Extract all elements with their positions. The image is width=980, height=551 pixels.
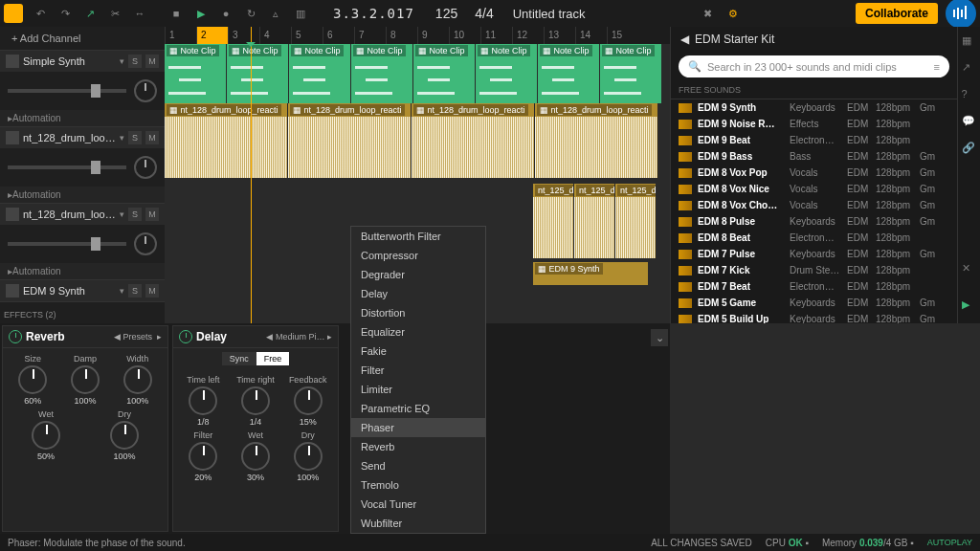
stretch-tool[interactable]: ↔ [128,3,151,24]
effects-menu[interactable]: Butterworth FilterCompressorDegraderDela… [350,226,486,534]
browser-item[interactable]: EDM 7 PulseKeyboardsEDM128bpmGm [671,246,957,262]
user-avatar[interactable] [946,0,976,29]
knob[interactable] [110,421,139,450]
ruler-tick[interactable]: 12 [512,27,544,44]
knob[interactable] [294,442,323,471]
mute-button[interactable]: M [145,131,159,144]
pan-knob[interactable] [134,156,157,179]
ruler-tick[interactable]: 9 [417,27,449,44]
browser-item[interactable]: EDM 8 PulseKeyboardsEDM128bpmGm [671,213,957,230]
browser-item[interactable]: EDM 9 Noise R…EffectsEDM128bpm [671,116,957,132]
pan-knob[interactable] [134,232,157,255]
knob[interactable] [241,442,270,471]
midi-clip[interactable]: ▦ Note Clip [600,44,661,103]
cut-tool[interactable]: ✂ [103,3,126,24]
autoplay-toggle[interactable]: AUTOPLAY [927,538,972,547]
expand-arrow-icon[interactable]: ⌄ [651,329,668,346]
track-type-icon[interactable] [6,208,19,221]
fx-menu-item[interactable]: Butterworth Filter [351,227,485,246]
help-icon[interactable]: ? [962,88,977,103]
ruler-tick[interactable]: 15 [607,27,638,44]
ruler-tick[interactable]: 11 [480,27,512,44]
knob[interactable] [189,386,217,415]
solo-button[interactable]: S [128,131,142,144]
cursor-icon[interactable]: ✖ [697,3,720,24]
browser-item[interactable]: EDM 9 BeatElectron…EDM128bpm [671,132,957,148]
knob[interactable] [18,365,47,394]
midi-clip[interactable]: ▦ Note Clip [351,44,412,103]
ruler-tick[interactable]: 7 [354,27,386,44]
browser-item[interactable]: EDM 5 Build UpKeyboardsEDM128bpmGm [671,311,957,323]
fx-menu-item[interactable]: Phaser [351,418,485,437]
metronome-button[interactable]: ▵ [264,3,287,24]
browser-item[interactable]: EDM 8 Vox NiceVocalsEDM128bpmGm [671,181,957,197]
reverb-preset-selector[interactable]: ◀ Presets ▸ [114,332,162,342]
delay-preset-selector[interactable]: ◀ Medium Pi… ▸ [266,332,332,342]
browser-item[interactable]: EDM 8 BeatElectron…EDM128bpm [671,230,957,246]
midi-clip[interactable]: ▦ Note Clip [227,44,288,103]
fx-menu-item[interactable]: Compressor [351,246,485,265]
fx-menu-item[interactable]: Equalizer [351,322,485,342]
fx-menu-item[interactable]: Fakie [351,342,485,361]
fx-menu-item[interactable]: Filter [351,361,485,380]
free-option[interactable]: Free [256,352,290,365]
fx-menu-item[interactable]: Parametric EQ [351,399,485,418]
track-name[interactable]: nt_128_drum_loop_nowhe [23,209,116,220]
browser-item[interactable]: EDM 8 Vox Cho…VocalsEDM128bpmGm [671,197,957,213]
audio-clip[interactable]: ▦ EDM 9 Synth [533,262,648,285]
pan-knob[interactable] [134,79,157,102]
position-display[interactable]: 3.3.2.017 [333,6,414,21]
sync-option[interactable]: Sync [222,352,256,365]
reverb-power-button[interactable] [9,330,22,343]
timesig-display[interactable]: 4/4 [475,6,493,21]
keyboard-button[interactable]: ▥ [289,3,312,24]
audio-clip[interactable]: ▦ nt_128_drum_loop_reacti [535,103,657,178]
browser-item[interactable]: EDM 7 KickDrum Ste…EDM128bpm [671,262,957,278]
track-type-icon[interactable] [6,55,19,68]
midi-clip[interactable]: ▦ Note Clip [538,44,599,103]
fx-menu-item[interactable]: Wubfilter [351,514,485,533]
browser-title[interactable]: ◀ EDM Starter Kit [671,27,957,52]
pointer-tool[interactable]: ↗ [78,3,101,24]
mute-button[interactable]: M [145,55,159,68]
fx-menu-item[interactable]: Vocal Tuner [351,495,485,514]
share-icon[interactable]: ↗ [962,61,977,77]
playhead[interactable] [251,27,252,323]
chat-icon[interactable]: 💬 [962,115,977,130]
audio-clip[interactable]: ▦ nt_128_drum_loop_reacti [412,103,534,178]
audio-clip[interactable]: ▦ nt_128_drum_loop_reacti [165,103,287,178]
ruler-tick[interactable]: 8 [386,27,417,44]
library-icon[interactable]: ▦ [962,34,977,50]
redo-button[interactable]: ↷ [54,3,77,24]
solo-button[interactable]: S [128,284,142,298]
volume-slider[interactable] [8,242,126,246]
automation-toggle[interactable]: Automation [0,263,165,279]
ruler-tick[interactable]: 13 [544,27,575,44]
play-preview-icon[interactable]: ▶ [962,298,977,314]
fx-menu-item[interactable]: Degrader [351,265,485,284]
delay-power-button[interactable] [179,330,192,343]
track-name[interactable]: EDM 9 Synth [23,285,116,297]
ruler-tick[interactable]: 6 [323,27,354,44]
knob[interactable] [189,442,217,471]
fx-menu-item[interactable]: Limiter [351,380,485,399]
ruler-tick[interactable]: 1 [165,27,196,44]
close-icon[interactable]: ✕ [962,262,977,277]
loop-button[interactable]: ↻ [239,3,262,24]
knob[interactable] [32,421,60,450]
browser-item[interactable]: EDM 5 GameKeyboardsEDM128bpmGm [671,295,957,311]
midi-clip[interactable]: ▦ Note Clip [413,44,475,103]
mute-button[interactable]: M [145,208,159,221]
audio-clip[interactable]: nt_125_dru [574,184,614,258]
add-channel-button[interactable]: + Add Channel [0,27,165,51]
knob[interactable] [123,365,152,394]
delay-sync-toggle[interactable]: Sync Free [222,352,290,365]
track-name[interactable]: Simple Synth [23,55,116,67]
ruler-tick[interactable]: 5 [291,27,323,44]
volume-slider[interactable] [8,165,126,169]
midi-clip[interactable]: ▦ Note Clip [165,44,226,103]
record-button[interactable]: ● [214,3,237,24]
browser-item[interactable]: EDM 8 Vox PopVocalsEDM128bpmGm [671,165,957,181]
undo-button[interactable]: ↶ [29,3,52,24]
mute-button[interactable]: M [145,284,159,298]
